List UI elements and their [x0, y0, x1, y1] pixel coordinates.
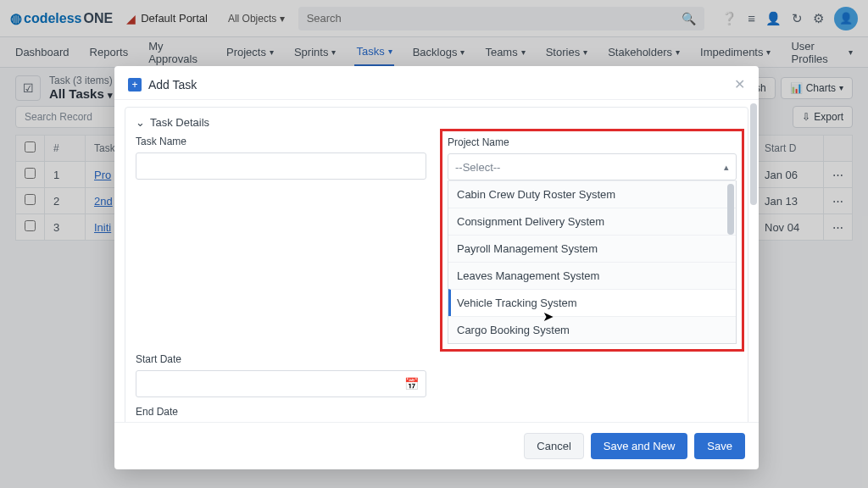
- select-placeholder: --Select--: [455, 161, 500, 174]
- field-label: End Date: [136, 406, 426, 418]
- chevron-up-icon: ▴: [724, 162, 729, 173]
- field-label: Project Name: [448, 136, 737, 148]
- field-start-date: Start Date 📅: [136, 353, 426, 397]
- modal-header: + Add Task ✕: [114, 66, 759, 100]
- save-and-new-button[interactable]: Save and New: [591, 433, 688, 459]
- task-details-section: ⌄Task Details Task Name Project Name --S…: [125, 107, 748, 422]
- project-name-select[interactable]: --Select-- ▴: [448, 153, 737, 180]
- modal-scrollbar[interactable]: [750, 103, 757, 205]
- add-task-modal: + Add Task ✕ ⌄Task Details Task Name Pro…: [114, 66, 759, 469]
- close-icon[interactable]: ✕: [734, 76, 745, 92]
- dropdown-option[interactable]: Leaves Management System: [448, 262, 736, 289]
- task-name-input[interactable]: [136, 152, 426, 180]
- modal-footer: Cancel Save and New Save: [114, 422, 759, 469]
- field-end-date: End Date 📅: [136, 406, 426, 422]
- modal-body: ⌄Task Details Task Name Project Name --S…: [114, 100, 759, 422]
- start-date-input[interactable]: 📅: [136, 370, 426, 397]
- project-dropdown-list: Cabin Crew Duty Roster System Consignmen…: [448, 180, 737, 344]
- cancel-button[interactable]: Cancel: [524, 433, 583, 459]
- save-button[interactable]: Save: [694, 433, 745, 459]
- dropdown-option[interactable]: Cargo Booking System: [448, 316, 736, 343]
- dropdown-option[interactable]: Cabin Crew Duty Roster System: [448, 180, 736, 208]
- section-title-text: Task Details: [150, 116, 209, 129]
- field-label: Task Name: [136, 136, 426, 147]
- calendar-icon: 📅: [404, 377, 419, 391]
- field-label: Start Date: [136, 353, 426, 365]
- modal-title: Add Task: [148, 78, 197, 92]
- plus-icon: +: [128, 78, 142, 92]
- field-project-name: Project Name --Select-- ▴ Cabin Crew Dut…: [447, 136, 737, 345]
- dropdown-option[interactable]: Vehicle Tracking System: [448, 289, 736, 316]
- dropdown-scrollbar[interactable]: [727, 184, 734, 235]
- section-title[interactable]: ⌄Task Details: [136, 116, 737, 129]
- dropdown-option[interactable]: Payroll Management System: [448, 235, 736, 262]
- chevron-down-icon: ⌄: [136, 116, 145, 129]
- field-task-name: Task Name: [136, 136, 426, 345]
- highlight-box: Project Name --Select-- ▴ Cabin Crew Dut…: [440, 129, 744, 352]
- dropdown-option[interactable]: Consignment Delivery System: [448, 208, 736, 235]
